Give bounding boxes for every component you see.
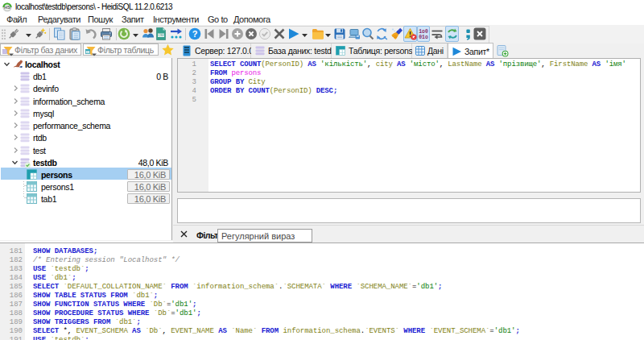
- svg-text:1o0: 1o0: [419, 29, 428, 35]
- svg-text:HS: HS: [4, 5, 10, 10]
- svg-text:CSV: CSV: [158, 34, 164, 37]
- svg-text:01o: 01o: [419, 35, 428, 40]
- svg-text:?: ?: [192, 29, 198, 39]
